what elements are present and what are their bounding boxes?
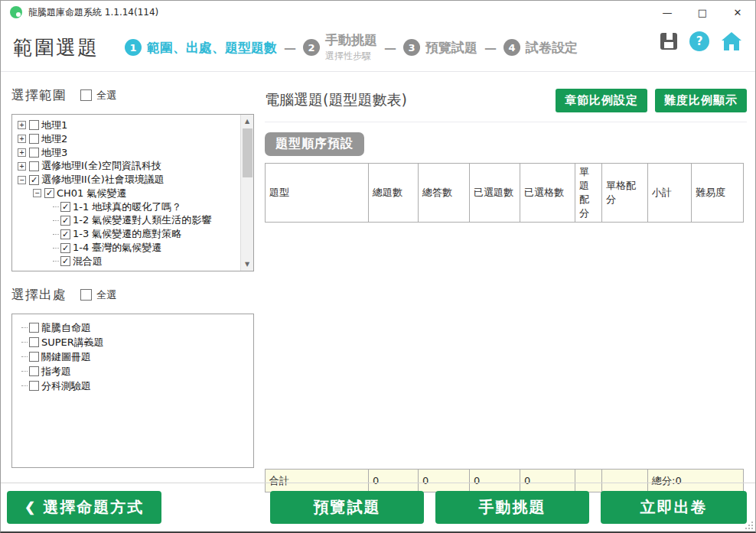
chevron-left-icon: ❮ <box>24 499 37 515</box>
tree-checkbox[interactable] <box>29 120 39 130</box>
tree-checkbox[interactable]: ✓ <box>60 202 70 212</box>
resize-grip[interactable] <box>745 522 753 529</box>
tree-checkbox[interactable]: ✓ <box>29 175 39 185</box>
source-item-label[interactable]: 關鍵圖冊題 <box>41 350 91 364</box>
tree-expander-icon[interactable]: + <box>18 162 26 171</box>
question-order-preset-button[interactable]: 題型順序預設 <box>265 132 364 156</box>
tree-checkbox[interactable]: ✓ <box>60 256 70 266</box>
tree-checkbox[interactable]: ✓ <box>44 188 54 198</box>
tree-expander-icon[interactable]: − <box>33 189 41 197</box>
preview-questions-button[interactable]: 預覽試題 <box>270 491 424 524</box>
totals-selected-questions: 0 <box>470 470 520 492</box>
scope-tree: + 地理1 + 地理2 + 地理3 + 選修地理I(全)空間資訊科技 − <box>11 114 254 271</box>
list-item[interactable]: 龍騰自命題 <box>21 320 249 335</box>
source-checkbox[interactable] <box>29 381 39 391</box>
tree-row[interactable]: ✓ 1-2 氣候變遷對人類生活的影響 <box>16 214 236 228</box>
totals-per-cell-score <box>602 470 648 492</box>
tree-item-label[interactable]: 混合題 <box>73 255 103 268</box>
tree-item-label[interactable]: 地理1 <box>41 119 67 132</box>
step-1: 1 範圍、出處、題型題數 <box>125 39 277 56</box>
tree-checkbox[interactable]: ✓ <box>60 229 70 239</box>
chapter-ratio-button[interactable]: 章節比例設定 <box>556 89 647 112</box>
tree-item-label[interactable]: 選修地理II(全)社會環境議題 <box>41 173 165 187</box>
totals-total-questions: 0 <box>369 470 419 492</box>
list-item[interactable]: SUPER講義題 <box>21 335 249 349</box>
source-select-all-checkbox[interactable] <box>80 289 92 301</box>
source-item-label[interactable]: SUPER講義題 <box>41 336 104 349</box>
tree-scrollbar[interactable]: ▲ ▼ <box>240 115 253 271</box>
tree-item-label[interactable]: 1-1 地球真的暖化了嗎？ <box>73 200 181 214</box>
tree-row[interactable]: − ✓ 選修地理II(全)社會環境議題 <box>16 173 236 187</box>
tree-row[interactable]: ✓ 1-1 地球真的暖化了嗎？ <box>16 200 236 214</box>
manual-pick-button[interactable]: 手動挑題 <box>435 491 589 524</box>
tree-item-label[interactable]: 1-2 氣候變遷對人類生活的影響 <box>73 213 211 227</box>
step-4-circle: 4 <box>503 39 520 56</box>
list-item[interactable]: 分科測驗題 <box>21 379 249 393</box>
col-header-total-answers: 總答數 <box>419 164 470 223</box>
totals-total-score: 總分:0 <box>648 470 744 492</box>
tree-item-label[interactable]: 1-3 氣候變遷的應對策略 <box>73 227 181 241</box>
list-item[interactable]: 指考題 <box>21 364 249 379</box>
tree-row[interactable]: + 地理1 <box>16 119 236 132</box>
tree-item-label[interactable]: 選修地理I(全)空間資訊科技 <box>41 159 161 173</box>
scope-select-all-checkbox[interactable] <box>80 89 92 101</box>
tree-expander-icon[interactable]: + <box>18 135 26 143</box>
scrollbar-thumb[interactable] <box>243 128 253 177</box>
tree-expander-icon[interactable]: + <box>18 148 26 157</box>
save-icon[interactable] <box>660 33 677 50</box>
window-title: 龍騰題庫命題系統 1.1.14(114) <box>28 6 158 19</box>
source-checkbox[interactable] <box>29 366 39 376</box>
generate-exam-button[interactable]: 立即出卷 <box>601 491 747 524</box>
maximize-button[interactable]: □ <box>685 1 720 24</box>
totals-per-question-score <box>575 470 602 492</box>
source-checkbox[interactable] <box>29 323 39 333</box>
tree-connector <box>53 248 59 249</box>
close-button[interactable]: ✕ <box>720 1 755 24</box>
tree-checkbox[interactable] <box>29 134 39 144</box>
tree-item-label[interactable]: CH01 氣候變遷 <box>57 187 127 200</box>
source-item-label[interactable]: 龍騰自命題 <box>41 321 91 335</box>
col-header-selected-questions: 已選題數 <box>470 164 520 223</box>
col-header-per-question-score: 單題配分 <box>575 164 602 223</box>
tree-row[interactable]: ✓ 1-3 氣候變遷的應對策略 <box>16 227 236 241</box>
tree-expander-icon[interactable]: + <box>18 121 26 129</box>
step-3-circle: 3 <box>403 39 420 56</box>
tree-checkbox[interactable]: ✓ <box>60 243 70 253</box>
col-header-selected-cells: 已選格數 <box>520 164 575 223</box>
help-icon[interactable]: ? <box>689 31 709 51</box>
back-to-mode-select-button[interactable]: ❮ 選擇命題方式 <box>7 491 161 524</box>
difficulty-ratio-button[interactable]: 難度比例顯示 <box>655 89 747 112</box>
source-section-title: 選擇出處 <box>11 286 67 304</box>
step-3: 3 預覽試題 <box>403 39 477 56</box>
tree-connector <box>53 234 59 235</box>
source-checkbox[interactable] <box>29 337 39 347</box>
tree-checkbox[interactable] <box>29 161 39 171</box>
tree-row[interactable]: ✓ 混合題 <box>16 255 236 268</box>
step-2-label: 手動挑題 選擇性步驟 <box>325 33 377 61</box>
tree-connector <box>21 327 28 328</box>
tree-item-label[interactable]: 地理3 <box>41 146 67 160</box>
step-separator: — <box>284 41 296 55</box>
source-item-label[interactable]: 分科測驗題 <box>41 379 91 393</box>
home-icon[interactable] <box>722 32 741 50</box>
source-checkbox[interactable] <box>29 352 39 362</box>
totals-row: 合計 0 0 0 0 總分:0 <box>266 470 744 492</box>
tree-row[interactable]: + 地理3 <box>16 146 236 160</box>
tree-row[interactable]: ✓ 1-4 臺灣的氣候變遷 <box>16 241 236 255</box>
tree-row[interactable]: + 選修地理I(全)空間資訊科技 <box>16 159 236 173</box>
tree-expander-icon[interactable]: − <box>18 176 26 184</box>
tree-row[interactable]: + 地理2 <box>16 132 236 146</box>
step-1-circle: 1 <box>125 39 142 56</box>
tree-row[interactable]: − ✓ CH01 氣候變遷 <box>16 187 236 200</box>
home-icon-door <box>729 44 734 50</box>
scroll-up-icon[interactable]: ▲ <box>241 115 253 128</box>
tree-checkbox[interactable]: ✓ <box>60 216 70 226</box>
minimize-button[interactable]: — <box>650 1 685 24</box>
tree-item-label[interactable]: 1-4 臺灣的氣候變遷 <box>73 241 161 255</box>
scroll-down-icon[interactable]: ▼ <box>241 258 253 271</box>
tree-checkbox[interactable] <box>29 148 39 158</box>
tree-connector <box>21 342 28 343</box>
list-item[interactable]: 關鍵圖冊題 <box>21 349 249 364</box>
tree-item-label[interactable]: 地理2 <box>41 132 67 146</box>
source-item-label[interactable]: 指考題 <box>41 365 71 379</box>
